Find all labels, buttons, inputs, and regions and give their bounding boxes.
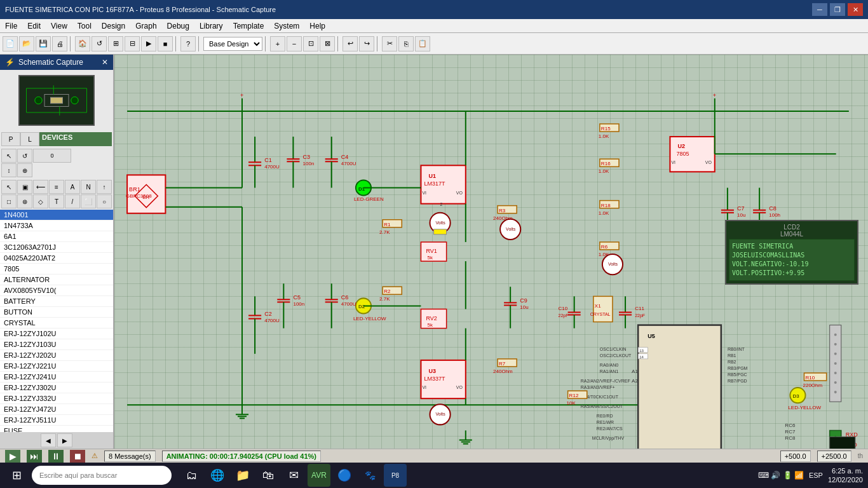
device-item-1n4001[interactable]: 1N4001 bbox=[0, 210, 113, 220]
menu-edit[interactable]: Edit bbox=[22, 19, 46, 32]
marker-mode[interactable]: ◇ bbox=[33, 194, 48, 208]
svg-point-245 bbox=[834, 372, 837, 374]
snap-button[interactable]: ⊞ bbox=[108, 36, 123, 51]
minimize-button[interactable]: ─ bbox=[812, 3, 827, 16]
port-mode[interactable]: □ bbox=[1, 194, 17, 208]
menu-graph[interactable]: Graph bbox=[130, 19, 161, 32]
device-item-erj12zyj241u[interactable]: ERJ-12ZYJ241U bbox=[0, 372, 113, 383]
menu-design[interactable]: Design bbox=[97, 19, 130, 32]
restore-button[interactable]: ❐ bbox=[830, 3, 845, 16]
new-button[interactable]: 📄 bbox=[3, 36, 18, 51]
zoom-fit-button[interactable]: ⊡ bbox=[303, 36, 318, 51]
copy-button[interactable]: ⎘ bbox=[398, 36, 414, 51]
task-explorer[interactable]: 🗂 bbox=[180, 464, 203, 487]
device-item-erj12zyj472u[interactable]: ERJ-12ZYJ472U bbox=[0, 404, 113, 415]
zoom-in-button[interactable]: + bbox=[270, 36, 285, 51]
svg-text:4700U: 4700U bbox=[264, 318, 280, 323]
device-item-battery[interactable]: BATTERY bbox=[0, 296, 113, 307]
zoom-area-button[interactable]: ⊠ bbox=[320, 36, 335, 51]
run-button[interactable]: ▶ bbox=[141, 36, 156, 51]
net-mode[interactable]: N bbox=[81, 180, 96, 194]
close-tab-button[interactable]: ✕ bbox=[102, 58, 108, 67]
tab-l-button[interactable]: L bbox=[20, 132, 39, 146]
device-item-fuse[interactable]: FUSE bbox=[0, 426, 113, 432]
home-button[interactable]: 🏠 bbox=[75, 36, 90, 51]
menu-system[interactable]: System bbox=[269, 19, 304, 32]
device-item-6a1[interactable]: 6A1 bbox=[0, 231, 113, 242]
menu-debug[interactable]: Debug bbox=[162, 19, 194, 32]
open-button[interactable]: 📂 bbox=[19, 36, 34, 51]
device-item-erj12zyj511u[interactable]: ERJ-12ZYJ511U bbox=[0, 415, 113, 426]
device-item-crystal[interactable]: CRYSTAL bbox=[0, 318, 113, 329]
search-input[interactable] bbox=[32, 466, 172, 485]
menu-view[interactable]: View bbox=[46, 19, 72, 32]
rotate-tool[interactable]: ↺ bbox=[17, 149, 32, 163]
select-mode[interactable]: ↖ bbox=[1, 180, 17, 194]
close-button[interactable]: ✕ bbox=[848, 3, 863, 16]
device-item-erj12zyj202u[interactable]: ERJ-12ZYJ202U bbox=[0, 350, 113, 361]
input-field[interactable]: 0 bbox=[33, 149, 71, 163]
device-item-erj12zyj221u[interactable]: ERJ-12ZYJ221U bbox=[0, 361, 113, 372]
grid-button[interactable]: ⊟ bbox=[125, 36, 140, 51]
cut-button[interactable]: ✂ bbox=[382, 36, 397, 51]
refresh-button[interactable]: ↺ bbox=[92, 36, 107, 51]
status-bar: ▶ ⏭ ⏸ ⏹ ⚠ 8 Message(s) ANIMATING: 00:00:… bbox=[0, 449, 868, 463]
probe-mode[interactable]: ⊛ bbox=[17, 194, 32, 208]
help-button[interactable]: ? bbox=[180, 36, 196, 51]
run-control[interactable]: ▶ bbox=[5, 450, 20, 463]
canvas-area[interactable]: BR1 GBPC3508 BR C1 4700U C2 4700U bbox=[114, 55, 868, 449]
text-mode[interactable]: T bbox=[49, 194, 64, 208]
device-item-3c12063a[interactable]: 3C12063A2701J bbox=[0, 242, 113, 253]
device-item-alternator[interactable]: ALTERNATOR bbox=[0, 274, 113, 285]
line-mode[interactable]: / bbox=[65, 194, 80, 208]
scroll-right[interactable]: ▶ bbox=[57, 433, 72, 447]
task-avr[interactable]: AVR bbox=[308, 464, 330, 487]
task-mail[interactable]: ✉ bbox=[282, 464, 305, 487]
menu-tool[interactable]: Tool bbox=[72, 19, 97, 32]
schematic-capture-tab[interactable]: ⚡ Schematic Capture ✕ bbox=[0, 55, 113, 70]
zoom-out-button[interactable]: − bbox=[287, 36, 302, 51]
menu-file[interactable]: File bbox=[0, 19, 22, 32]
start-button[interactable]: ⊞ bbox=[5, 464, 28, 487]
device-item-button[interactable]: BUTTON bbox=[0, 307, 113, 318]
component-mode[interactable]: ▣ bbox=[17, 180, 32, 194]
move-tool[interactable]: ↕ bbox=[1, 163, 17, 177]
task-files[interactable]: 📁 bbox=[231, 464, 254, 487]
scroll-left[interactable]: ◀ bbox=[41, 433, 56, 447]
stop-control[interactable]: ⏹ bbox=[70, 450, 85, 463]
step-forward[interactable]: ⏭ bbox=[27, 450, 42, 463]
task-chrome[interactable]: 🔵 bbox=[333, 464, 356, 487]
device-item-erj12zyj332u[interactable]: ERJ-12ZYJ332U bbox=[0, 393, 113, 404]
undo-button[interactable]: ↩ bbox=[342, 36, 358, 51]
rect-mode[interactable]: ⬜ bbox=[81, 194, 96, 208]
bus-mode[interactable]: ≡ bbox=[49, 180, 64, 194]
pause-control[interactable]: ⏸ bbox=[48, 450, 64, 463]
wire-mode[interactable]: ⟵ bbox=[33, 180, 48, 194]
design-select[interactable]: Base Design bbox=[203, 37, 262, 51]
stop-button[interactable]: ■ bbox=[158, 36, 173, 51]
component-tool[interactable]: ⊕ bbox=[17, 163, 32, 177]
task-proteus[interactable]: P8 bbox=[384, 464, 407, 487]
device-item-erj12zyj302u[interactable]: ERJ-12ZYJ302U bbox=[0, 383, 113, 393]
menu-library[interactable]: Library bbox=[194, 19, 228, 32]
device-item-1n4733a[interactable]: 1N4733A bbox=[0, 220, 113, 231]
redo-button[interactable]: ↪ bbox=[359, 36, 374, 51]
device-item-avx[interactable]: AVX0805Y5V10( bbox=[0, 285, 113, 296]
device-item-erj12zyj103u[interactable]: ERJ-12ZYJ103U bbox=[0, 339, 113, 350]
circle-mode[interactable]: ○ bbox=[97, 194, 112, 208]
label-mode[interactable]: A bbox=[65, 180, 80, 194]
menu-help[interactable]: Help bbox=[304, 19, 330, 32]
paste-button[interactable]: 📋 bbox=[415, 36, 430, 51]
device-item-7805[interactable]: 7805 bbox=[0, 264, 113, 274]
task-edge[interactable]: 🌐 bbox=[206, 464, 229, 487]
task-misc[interactable]: 🐾 bbox=[358, 464, 381, 487]
save-button[interactable]: 💾 bbox=[36, 36, 51, 51]
device-item-04025a[interactable]: 04025A220JAT2 bbox=[0, 253, 113, 264]
device-item-erj12zyj102u[interactable]: ERJ-12ZYJ102U bbox=[0, 329, 113, 339]
arrow-tool[interactable]: ↖ bbox=[1, 149, 17, 163]
menu-template[interactable]: Template bbox=[228, 19, 269, 32]
print-button[interactable]: 🖨 bbox=[52, 36, 67, 51]
tab-p-button[interactable]: P bbox=[1, 132, 20, 146]
power-mode[interactable]: ↑ bbox=[97, 180, 112, 194]
task-store[interactable]: 🛍 bbox=[257, 464, 280, 487]
